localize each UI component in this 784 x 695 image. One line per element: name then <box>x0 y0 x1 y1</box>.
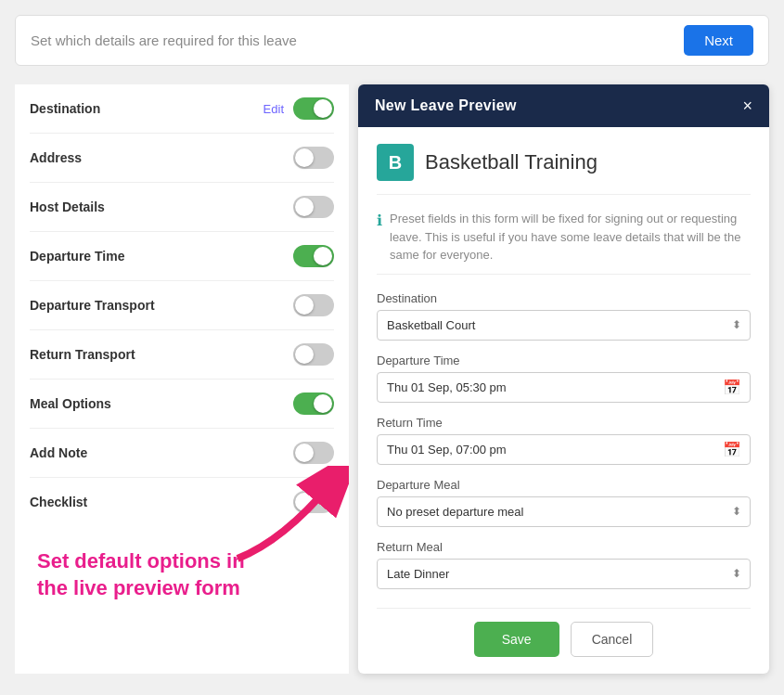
form-group-return_time: Return Time📅 <box>377 416 751 465</box>
leave-title-row: B Basketball Training <box>377 144 751 195</box>
toggle-right-departure_transport <box>293 294 334 316</box>
preview-fields: DestinationBasketball CourtDeparture Tim… <box>377 291 751 589</box>
toggle-switch-address[interactable] <box>293 147 334 169</box>
toggle-label-return_transport: Return Transport <box>30 347 135 362</box>
toggle-right-meal_options <box>293 393 334 415</box>
toggle-label-host_details: Host Details <box>30 199 105 214</box>
toggle-row-destination: DestinationEdit <box>30 84 334 134</box>
toggle-right-return_transport <box>293 343 334 366</box>
select-wrapper-destination: Basketball Court <box>377 310 751 341</box>
input-wrapper-departure_time: 📅 <box>377 372 751 403</box>
toggle-thumb-add_note <box>295 444 314 462</box>
toggle-label-checklist: Checklist <box>30 495 87 509</box>
select-destination[interactable]: Basketball Court <box>377 310 751 341</box>
toggle-rows-container: DestinationEditAddressHost DetailsDepart… <box>30 84 334 526</box>
form-actions: Save Cancel <box>377 608 751 657</box>
toggle-label-departure_transport: Departure Transport <box>30 298 155 313</box>
form-group-departure_time: Departure Time📅 <box>377 354 751 403</box>
form-group-departure_meal: Departure MealNo preset departure meal <box>377 478 751 527</box>
form-label-departure_time: Departure Time <box>377 354 751 367</box>
toggle-right-host_details <box>293 196 334 218</box>
toggle-switch-checklist[interactable] <box>293 491 334 513</box>
form-label-departure_meal: Departure Meal <box>377 478 751 492</box>
info-box: ℹ Preset fields in this form will be fix… <box>377 210 751 275</box>
select-return_meal[interactable]: Late Dinner <box>377 559 751 589</box>
select-departure_meal[interactable]: No preset departure meal <box>377 496 751 527</box>
toggle-switch-departure_time[interactable] <box>293 245 334 267</box>
toggle-right-checklist <box>293 491 334 513</box>
toggle-right-departure_time <box>293 245 334 267</box>
toggle-thumb-return_transport <box>295 345 314 364</box>
select-wrapper-departure_meal: No preset departure meal <box>377 496 751 527</box>
toggle-row-departure_time: Departure Time <box>30 232 334 281</box>
toggle-label-departure_time: Departure Time <box>30 249 124 264</box>
form-group-return_meal: Return MealLate Dinner <box>377 540 751 589</box>
input-wrapper-return_time: 📅 <box>377 434 751 465</box>
preview-body: B Basketball Training ℹ Preset fields in… <box>358 127 769 674</box>
info-icon: ℹ <box>377 212 382 264</box>
toggle-row-add_note: Add Note <box>30 429 334 478</box>
toggle-row-checklist: Checklist <box>30 478 334 526</box>
toggle-label-destination: Destination <box>30 101 100 116</box>
toggle-row-meal_options: Meal Options <box>30 380 334 429</box>
toggle-right-add_note <box>293 442 334 464</box>
form-group-destination: DestinationBasketball Court <box>377 291 751 341</box>
right-panel: New Leave Preview × B Basketball Trainin… <box>358 84 769 674</box>
toggle-right-destination: Edit <box>263 97 334 120</box>
save-button[interactable]: Save <box>474 622 559 657</box>
form-label-return_meal: Return Meal <box>377 540 751 554</box>
select-wrapper-return_meal: Late Dinner <box>377 559 751 589</box>
preview-header-title: New Leave Preview <box>375 97 517 114</box>
preview-header: New Leave Preview × <box>358 84 769 127</box>
toggle-label-add_note: Add Note <box>30 445 87 460</box>
info-text: Preset fields in this form will be fixed… <box>390 210 751 264</box>
toggle-switch-add_note[interactable] <box>293 442 334 464</box>
left-panel: DestinationEditAddressHost DetailsDepart… <box>15 84 349 674</box>
top-bar: Set which details are required for this … <box>15 15 769 66</box>
toggle-row-address: Address <box>30 134 334 183</box>
toggle-thumb-address <box>295 148 314 167</box>
close-button[interactable]: × <box>742 97 752 114</box>
form-label-destination: Destination <box>377 291 751 305</box>
toggle-thumb-checklist <box>295 493 314 511</box>
toggle-row-return_transport: Return Transport <box>30 330 334 380</box>
toggle-row-host_details: Host Details <box>30 183 334 232</box>
toggle-thumb-destination <box>314 99 332 118</box>
toggle-thumb-departure_transport <box>295 296 314 315</box>
form-label-return_time: Return Time <box>377 416 751 430</box>
input-return_time[interactable] <box>377 434 751 465</box>
toggle-switch-departure_transport[interactable] <box>293 294 334 316</box>
toggle-switch-host_details[interactable] <box>293 196 334 218</box>
cancel-button[interactable]: Cancel <box>571 622 654 657</box>
toggle-thumb-meal_options <box>314 394 332 413</box>
main-content: DestinationEditAddressHost DetailsDepart… <box>15 84 769 674</box>
top-bar-title: Set which details are required for this … <box>31 32 297 48</box>
annotation-text: Set default options inthe live preview f… <box>37 548 334 601</box>
leave-icon: B <box>377 144 414 181</box>
edit-link-destination[interactable]: Edit <box>263 102 284 116</box>
toggle-thumb-host_details <box>295 198 314 216</box>
toggle-row-departure_transport: Departure Transport <box>30 281 334 330</box>
toggle-switch-destination[interactable] <box>293 97 334 120</box>
leave-title: Basketball Training <box>425 150 598 174</box>
toggle-thumb-departure_time <box>314 247 332 265</box>
toggle-switch-meal_options[interactable] <box>293 393 334 415</box>
toggle-label-address: Address <box>30 150 82 165</box>
toggle-right-address <box>293 147 334 169</box>
next-button[interactable]: Next <box>684 25 753 56</box>
toggle-label-meal_options: Meal Options <box>30 396 111 411</box>
input-departure_time[interactable] <box>377 372 751 403</box>
toggle-switch-return_transport[interactable] <box>293 343 334 366</box>
